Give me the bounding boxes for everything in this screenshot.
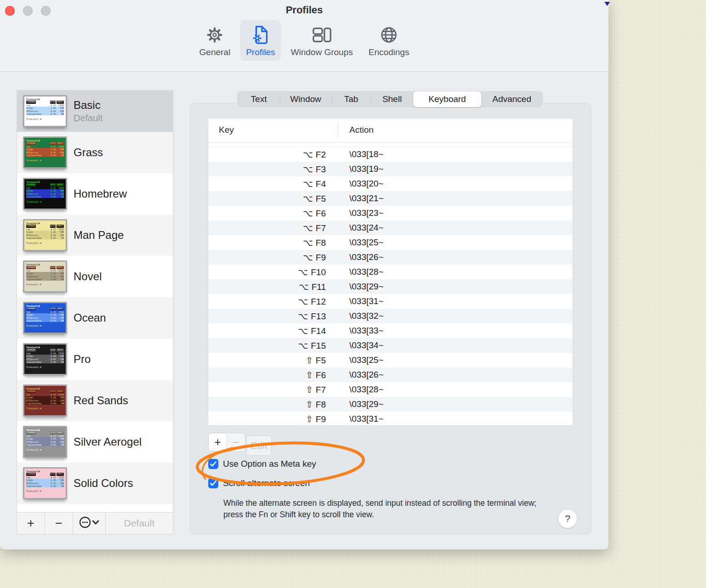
keybinding-row[interactable]: ⇧F7 \033[28~ xyxy=(208,382,573,397)
option-row-scroll-alternate-screen: Scroll alternate screen xyxy=(208,478,310,488)
partial-row xyxy=(208,143,573,147)
keybinding-row[interactable]: ⌥F11 \033[29~ xyxy=(208,279,573,294)
mouse-cursor-fragment xyxy=(604,0,611,8)
profile-thumbnail: Terminal1# COMMAND %CPU RPRVT top4.1%231… xyxy=(23,426,67,458)
profile-row-basic[interactable]: Terminal1# COMMAND %CPU RPRVT top4.1%231… xyxy=(17,90,173,132)
toolbar-item-profiles[interactable]: Profiles xyxy=(240,20,280,61)
option-modifier-icon: ⌥ xyxy=(298,296,308,306)
checkbox[interactable] xyxy=(208,459,218,469)
profile-row-novel[interactable]: Terminal1# COMMAND %CPU RPRVT top4.1%231… xyxy=(17,256,173,297)
keybinding-action: \033[29~ xyxy=(338,282,384,292)
tab-window[interactable]: Window xyxy=(280,91,331,107)
option-modifier-icon: ⌥ xyxy=(299,282,309,292)
option-modifier-icon: ⌥ xyxy=(298,267,308,277)
profile-row-solid-colors[interactable]: Terminal1# COMMAND %CPU RPRVT top4.1%231… xyxy=(17,463,173,504)
toolbar-item-window-groups[interactable]: Window Groups xyxy=(285,20,359,61)
option-modifier-icon: ⌥ xyxy=(303,164,313,174)
keybinding-key: ⌥F9 xyxy=(208,252,338,263)
keybinding-key: ⌥F2 xyxy=(208,149,338,160)
keybinding-row[interactable]: ⌥F5 \033[21~ xyxy=(208,191,573,206)
keybinding-key: ⌥F5 xyxy=(208,193,338,204)
checkbox[interactable] xyxy=(208,478,218,488)
profile-thumbnail: Terminal1# COMMAND %CPU RPRVT top4.1%231… xyxy=(23,95,67,127)
profile-thumbnail: Terminal1# COMMAND %CPU RPRVT top4.1%231… xyxy=(23,302,67,334)
profile-name: Pro xyxy=(74,353,91,366)
profile-list-footer: + − Default xyxy=(17,512,173,534)
keybinding-row[interactable]: ⌥F6 \033[23~ xyxy=(208,206,573,220)
column-header-action[interactable]: Action xyxy=(349,125,374,135)
keybinding-row[interactable]: ⌥F7 \033[24~ xyxy=(208,220,573,235)
keybinding-action: \033[20~ xyxy=(338,179,384,189)
profile-row-silver-aerogel[interactable]: Terminal1# COMMAND %CPU RPRVT top4.1%231… xyxy=(17,421,173,463)
keybinding-row[interactable]: ⇧F6 \033[26~ xyxy=(208,368,573,382)
keybinding-row[interactable]: ⌥F3 \033[19~ xyxy=(208,162,573,176)
keybinding-action: \033[18~ xyxy=(338,149,384,159)
profile-name: Grass xyxy=(74,146,103,159)
keybinding-row[interactable]: ⌥F10 \033[28~ xyxy=(208,265,573,279)
remove-profile-button[interactable]: − xyxy=(45,513,73,534)
keybinding-key: ⇧F9 xyxy=(208,414,338,424)
keybinding-row[interactable]: ⌥F2 \033[18~ xyxy=(208,147,573,162)
toolbar-item-label: Profiles xyxy=(246,47,275,57)
shift-modifier-icon: ⇧ xyxy=(306,355,313,365)
keybinding-row[interactable]: ⇧F5 \033[25~ xyxy=(208,353,573,368)
titlebar: Profiles General Profiles Window Groups xyxy=(0,0,609,72)
keybinding-key: ⌥F7 xyxy=(208,223,338,233)
profile-row-pro[interactable]: Terminal1# COMMAND %CPU RPRVT top4.1%231… xyxy=(17,339,173,380)
profile-list: Terminal1# COMMAND %CPU RPRVT top4.1%231… xyxy=(17,90,173,534)
checkbox-label: Scroll alternate screen xyxy=(223,478,310,488)
profile-name: Red Sands xyxy=(74,394,128,407)
profile-row-homebrew[interactable]: Terminal1# COMMAND %CPU RPRVT top4.1%231… xyxy=(17,173,173,215)
option-modifier-icon: ⌥ xyxy=(303,223,313,233)
toolbar-item-general[interactable]: General xyxy=(194,20,236,61)
profiles-icon xyxy=(249,24,273,46)
tab-keyboard[interactable]: Keyboard xyxy=(413,91,481,107)
keybinding-key: ⌥F4 xyxy=(208,179,338,189)
edit-keybinding-button[interactable]: Edit xyxy=(246,435,272,456)
profile-name: Basic xyxy=(74,99,102,112)
keybindings-table-body[interactable]: ⌥F2 \033[18~ ⌥F3 \033[19~ ⌥F4 \033[20~ ⌥… xyxy=(208,143,573,426)
keybinding-row[interactable]: ⌥F13 \033[32~ xyxy=(208,309,573,323)
tab-text[interactable]: Text xyxy=(238,91,280,107)
help-button[interactable]: ? xyxy=(558,509,577,528)
keybinding-key: ⌥F14 xyxy=(208,326,338,336)
profile-row-ocean[interactable]: Terminal1# COMMAND %CPU RPRVT top4.1%231… xyxy=(17,297,173,339)
keybinding-row[interactable]: ⌥F15 \033[34~ xyxy=(208,338,573,353)
profile-row-red-sands[interactable]: Terminal1# COMMAND %CPU RPRVT top4.1%231… xyxy=(17,380,173,421)
profile-name: Man Page xyxy=(74,229,124,242)
gear-icon xyxy=(203,24,227,46)
keybinding-action: \033[24~ xyxy=(338,223,384,233)
keybinding-row[interactable]: ⌥F9 \033[26~ xyxy=(208,250,573,265)
profile-rows[interactable]: Terminal1# COMMAND %CPU RPRVT top4.1%231… xyxy=(17,90,173,513)
keybinding-action: \033[28~ xyxy=(338,267,384,277)
column-divider xyxy=(338,123,338,138)
keybinding-row[interactable]: ⇧F9 \033[31~ xyxy=(208,412,573,426)
profile-action-menu-button[interactable] xyxy=(73,513,106,534)
keybinding-action: \033[23~ xyxy=(338,208,384,218)
column-header-key[interactable]: Key xyxy=(219,125,234,135)
keybinding-row[interactable]: ⌥F14 \033[33~ xyxy=(208,323,573,338)
add-keybinding-button[interactable]: + xyxy=(208,433,227,452)
profile-thumbnail: Terminal1# COMMAND %CPU RPRVT top4.1%231… xyxy=(23,384,67,417)
ellipsis-menu-icon xyxy=(79,516,100,530)
keybinding-row[interactable]: ⌥F4 \033[20~ xyxy=(208,176,573,191)
set-default-button[interactable]: Default xyxy=(106,513,173,534)
toolbar-item-label: General xyxy=(199,47,231,57)
profile-name: Solid Colors xyxy=(74,477,133,490)
remove-keybinding-button[interactable]: − xyxy=(227,433,245,452)
tab-tab[interactable]: Tab xyxy=(331,91,371,107)
keybinding-action: \033[34~ xyxy=(338,340,384,351)
add-profile-button[interactable]: + xyxy=(17,513,45,534)
keybinding-action: \033[29~ xyxy=(338,399,384,409)
keybinding-row[interactable]: ⌥F8 \033[25~ xyxy=(208,235,573,250)
keybinding-row[interactable]: ⇧F8 \033[29~ xyxy=(208,397,573,412)
tab-shell[interactable]: Shell xyxy=(371,91,413,107)
profile-row-grass[interactable]: Terminal1# COMMAND %CPU RPRVT top4.1%231… xyxy=(17,132,173,173)
profile-row-man-page[interactable]: Terminal1# COMMAND %CPU RPRVT top4.1%231… xyxy=(17,215,173,256)
keybinding-row[interactable]: ⌥F12 \033[31~ xyxy=(208,294,573,309)
toolbar-item-encodings[interactable]: Encodings xyxy=(363,20,415,61)
profile-thumbnail: Terminal1# COMMAND %CPU RPRVT top4.1%231… xyxy=(23,219,67,251)
option-modifier-icon: ⌥ xyxy=(303,252,313,262)
keybindings-table: Key Action ⌥F2 \033[18~ ⌥F3 \033[19~ ⌥F4… xyxy=(208,118,573,426)
tab-advanced[interactable]: Advanced xyxy=(481,91,542,107)
